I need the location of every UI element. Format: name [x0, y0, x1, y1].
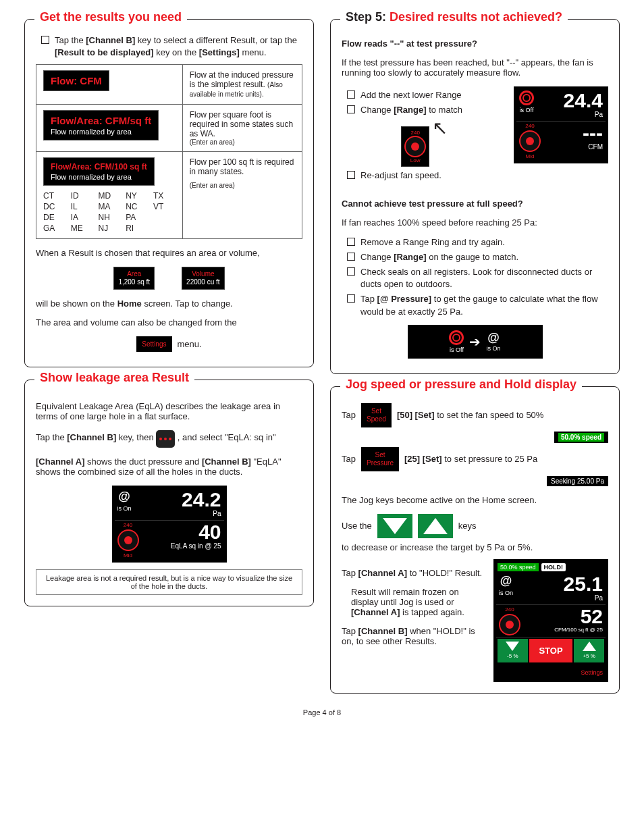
- t: Flow/Area: CFM/sq ft: [51, 115, 151, 126]
- t: [50] [Set] to set the fan speed to 50%: [397, 410, 544, 420]
- t: [25] [Set] to set pressure to 25 Pa: [404, 454, 537, 464]
- t: [Settings]: [199, 47, 240, 57]
- set-speed-row: Tap Set Speed [50] [Set] to set the fan …: [342, 403, 608, 427]
- t: Pa: [564, 111, 603, 118]
- check-select-result: Tap the [Channel B] key to select a diff…: [41, 34, 302, 59]
- checkbox-icon[interactable]: [347, 294, 355, 303]
- lcd-flow-cfm: Flow: CFM: [43, 70, 109, 91]
- t: on the gauge to match.: [427, 252, 519, 262]
- t: [Channel A]: [358, 568, 407, 578]
- lcd-flow-100: Flow/Area: CFM/100 sq ftFlow normalized …: [43, 157, 155, 186]
- t: Desired results not achieved?: [390, 10, 562, 24]
- dashes-row: Add the next lower Range Change [Range] …: [342, 86, 608, 185]
- triangle-down-icon: [506, 642, 519, 651]
- state: IL: [71, 202, 93, 211]
- checkbox-icon[interactable]: [347, 171, 355, 179]
- t: key on the: [154, 47, 199, 57]
- triangle-down-icon: [383, 518, 407, 534]
- t: will be shown on the: [36, 298, 117, 309]
- leakage-note: Leakage area is not a required result, b…: [36, 569, 302, 595]
- t: +5 %: [576, 653, 601, 659]
- gauge-eqla-value: 40: [171, 522, 221, 542]
- p-home: will be shown on the Home screen. Tap to…: [36, 298, 302, 309]
- jog-down-button[interactable]: [377, 514, 412, 538]
- flow-modes-table: Flow: CFM Flow at the induced pressure i…: [36, 64, 302, 239]
- checkbox-icon[interactable]: [347, 90, 355, 99]
- panel-jog-title: Jog speed or pressure and Hold display: [340, 377, 582, 392]
- t: , and select "EqLA: sq in": [178, 432, 276, 442]
- state: NH: [98, 213, 120, 222]
- t: Flow per square foot is required in some…: [190, 110, 295, 138]
- gauge-pa-value: 25.1: [564, 574, 603, 594]
- fan-dial-icon: [519, 130, 541, 152]
- t: Add the next lower Range: [360, 89, 507, 101]
- t: Area: [127, 270, 141, 278]
- check-text: Tap the [Channel B] key to select a diff…: [55, 34, 302, 59]
- t: Pa: [182, 510, 221, 517]
- ellipsis-icon[interactable]: [156, 430, 175, 448]
- t: Change: [360, 252, 394, 262]
- t: Tap: [360, 294, 377, 304]
- dashes-gauge: is Off 24.4Pa 240Mid ---CFM: [514, 86, 608, 163]
- at-off-icon: [519, 90, 534, 105]
- use-keys-row: Use the keys: [342, 514, 608, 538]
- t: -5 %: [500, 653, 525, 659]
- state: DC: [43, 202, 65, 211]
- at-icon: @: [500, 574, 512, 588]
- t: Mid: [124, 552, 132, 558]
- area-volume-row: Area1,200 sq ft Volume22000 cu ft: [36, 267, 302, 290]
- panel-leakage: Show leakage area Result Equivalent Leak…: [24, 380, 314, 606]
- checkbox-icon[interactable]: [347, 238, 355, 246]
- lcd-flow-area: Flow/Area: CFM/sq ftFlow normalized by a…: [43, 110, 159, 140]
- checkbox-icon[interactable]: [41, 36, 49, 44]
- panel-leakage-title: Show leakage area Result: [34, 371, 194, 385]
- checkbox-icon[interactable]: [347, 253, 355, 261]
- gauge-pa-value: 24.4: [564, 90, 603, 111]
- t: shows the duct pressure and: [84, 457, 201, 467]
- t: [@ Pressure]: [377, 294, 432, 304]
- panel-results: Get the results you need Tap the [Channe…: [24, 19, 314, 367]
- t: EqLA sq in @ 25: [171, 542, 221, 550]
- t: is On: [486, 345, 500, 352]
- t: Tap the: [55, 35, 86, 45]
- jog-up-button[interactable]: [418, 514, 453, 538]
- state: ID: [71, 191, 93, 201]
- t: is On: [117, 505, 132, 512]
- jog-plus-button[interactable]: +5 %: [574, 639, 604, 662]
- h-flow-dashes: Flow reads "--" at test pressure?: [342, 38, 608, 49]
- t: key to select a different Result, or tap…: [135, 35, 297, 45]
- at-on-icon: @: [487, 331, 500, 344]
- settings-link[interactable]: Settings: [581, 669, 603, 676]
- p-eqla-desc: Equivalent Leakage Area (EqLA) describes…: [36, 401, 302, 421]
- state: GA: [43, 224, 65, 233]
- page-footer: Page 4 of 8: [24, 708, 620, 716]
- state: PA: [126, 213, 148, 222]
- t: [Channel B]: [67, 432, 116, 442]
- eqla-gauge-wrap: @is On 24.2Pa 240Mid 40EqLA sq in @ 25: [36, 486, 302, 563]
- settings-button[interactable]: Settings: [136, 336, 171, 352]
- t: screen. Tap to change.: [142, 298, 233, 309]
- t: Tap: [342, 568, 358, 578]
- hold-gauge: 50.0% speedHOLD! @is On 25.1Pa 240 52CFM…: [493, 559, 608, 682]
- t: Use the: [342, 521, 372, 531]
- checkbox-icon[interactable]: [347, 105, 355, 113]
- panel-results-title: Get the results you need: [34, 10, 187, 24]
- volume-box[interactable]: Volume22000 cu ft: [182, 267, 224, 290]
- t: CFM: [583, 143, 603, 151]
- set-pressure-row: Tap Set Pressure [25] [Set] to set press…: [342, 447, 608, 471]
- t: 22000 cu ft: [186, 278, 219, 286]
- t: Tap: [342, 410, 356, 420]
- checkbox-icon[interactable]: [347, 267, 355, 276]
- jog-minus-button[interactable]: -5 %: [498, 639, 528, 662]
- set-pressure-button[interactable]: Set Pressure: [361, 447, 399, 471]
- stop-button[interactable]: STOP: [529, 639, 573, 662]
- area-box[interactable]: Area1,200 sq ft: [113, 267, 155, 290]
- t: Re-adjust fan speed.: [360, 170, 507, 182]
- panel-step5-title: Step 5: Desired results not achieved?: [340, 10, 568, 24]
- set-speed-button[interactable]: Set Speed: [361, 403, 392, 427]
- t: Remove a Range Ring and try again.: [360, 236, 608, 249]
- state: [153, 224, 176, 233]
- t: to "HOLD!" Result.: [407, 568, 482, 578]
- state: CT: [43, 191, 65, 201]
- left-column: Get the results you need Tap the [Channe…: [24, 19, 314, 706]
